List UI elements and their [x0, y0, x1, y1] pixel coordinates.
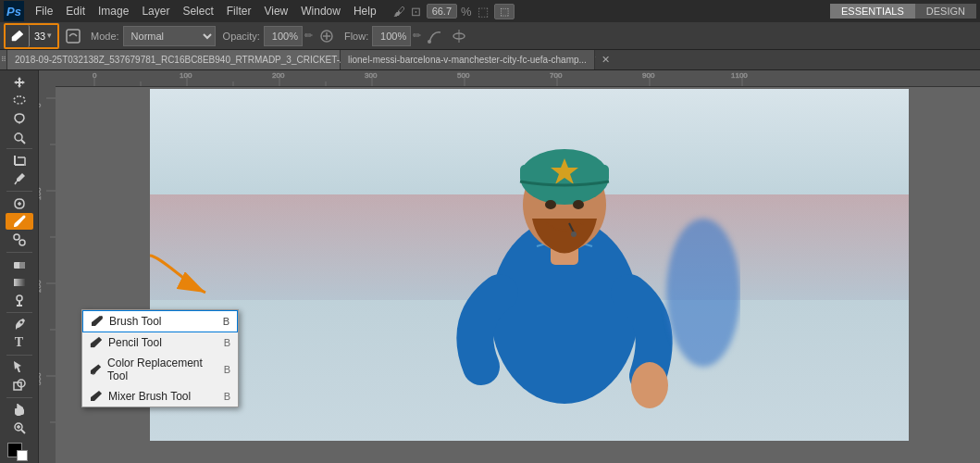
sidebar-divider-4: [6, 312, 32, 313]
sidebar-divider-3: [6, 252, 32, 253]
canvas-mode-btn[interactable]: ⬚: [494, 4, 515, 19]
svg-rect-31: [15, 408, 24, 415]
svg-text:300: 300: [39, 372, 43, 385]
tab-cricket-close[interactable]: ✕: [602, 54, 610, 66]
tab-bar: ⠿ 2018-09-25T032138Z_537679781_RC16BC8EB…: [0, 50, 980, 70]
ruler-vertical: 0 100 200 300: [39, 70, 56, 463]
menu-bar: Ps File Edit Image Layer Select Filter V…: [0, 0, 980, 22]
sidebar-tool-clone[interactable]: [6, 232, 33, 248]
mode-select[interactable]: Normal Multiply Screen Overlay: [123, 26, 216, 46]
panels-group: ESSENTIALS DESIGN: [830, 4, 976, 19]
mixer-brush-icon: [90, 390, 103, 403]
menu-help[interactable]: Help: [348, 3, 382, 19]
opacity-group: ✏: [264, 26, 313, 46]
sidebar-tool-brush[interactable]: [6, 213, 33, 230]
svg-point-80: [571, 232, 577, 237]
svg-text:1100: 1100: [731, 71, 748, 80]
sidebar-tool-type[interactable]: T: [6, 334, 33, 351]
pressure-icon[interactable]: [449, 26, 469, 46]
svg-text:200: 200: [39, 280, 43, 293]
tab-cricket[interactable]: 2018-09-25T032138Z_537679781_RC16BC8EB94…: [7, 50, 341, 70]
menu-select[interactable]: Select: [177, 3, 218, 19]
flow-input[interactable]: [372, 26, 411, 46]
mode-label: Mode:: [91, 31, 119, 42]
svg-point-82: [100, 316, 103, 319]
menu-file[interactable]: File: [30, 3, 58, 19]
brush-tool-dropdown: Brush Tool B Pencil Tool B: [81, 309, 239, 407]
sidebar-tool-dodge[interactable]: [6, 292, 33, 308]
svg-text:0: 0: [39, 103, 43, 107]
ruler-horizontal: 0 100 200 300 500 700 900 1100: [39, 70, 980, 87]
options-toolbar: 33 ▼ Mode: Normal Multiply Screen Overla…: [0, 22, 980, 50]
sidebar-tool-quickselect[interactable]: [6, 129, 33, 145]
menu-layer[interactable]: Layer: [136, 3, 175, 19]
opacity-pen-icon[interactable]: ✏: [304, 30, 313, 42]
dropdown-pencil-tool[interactable]: Pencil Tool B: [82, 332, 238, 353]
dropdown-mixer-left: Mixer Brush Tool: [90, 390, 191, 403]
background-color[interactable]: [17, 450, 28, 461]
tab-messi[interactable]: lionel-messi-barcelona-v-manchester-city…: [341, 50, 595, 70]
brush-size-btn[interactable]: 33 ▼: [30, 25, 57, 47]
brush-mode-icon: 🖌: [393, 5, 405, 19]
tools-sidebar: T: [0, 70, 39, 463]
sidebar-divider-1: [6, 148, 32, 149]
brush-tool-icon: [91, 315, 104, 328]
svg-rect-24: [14, 279, 25, 286]
sidebar-tool-marquee[interactable]: [6, 93, 33, 109]
sidebar-tool-crop[interactable]: [6, 153, 33, 169]
tab-scroll-handle: ⠿: [0, 50, 7, 70]
sidebar-tool-lasso[interactable]: [6, 110, 33, 127]
opacity-label: Opacity:: [223, 31, 260, 42]
sidebar-tool-zoom[interactable]: [6, 419, 33, 436]
dropdown-pencil-label: Pencil Tool: [108, 336, 162, 349]
sidebar-tool-eraser[interactable]: [6, 256, 33, 272]
zoom-value: 66.7: [427, 4, 457, 19]
ruler-h-ticks: 0 100 200 300 500 700 900 1100: [39, 70, 980, 87]
sidebar-tool-eyedropper[interactable]: [6, 171, 33, 188]
svg-point-78: [573, 200, 584, 209]
pencil-tool-icon: [90, 336, 103, 349]
main-area: T: [0, 70, 980, 463]
ruler-v-ticks: 0 100 200 300: [39, 70, 56, 463]
brush-preset-icon[interactable]: [63, 26, 83, 46]
sidebar-tool-path-select[interactable]: [6, 358, 33, 375]
sidebar-tool-gradient[interactable]: [6, 274, 33, 291]
svg-line-33: [21, 430, 25, 433]
canvas-image-area: [150, 89, 909, 441]
menu-edit[interactable]: Edit: [60, 3, 91, 19]
svg-point-71: [631, 362, 668, 408]
menu-image[interactable]: Image: [93, 3, 134, 19]
sidebar-tool-shape[interactable]: [6, 377, 33, 394]
color-swatches[interactable]: [6, 443, 33, 459]
svg-text:700: 700: [550, 71, 563, 80]
design-panel-btn[interactable]: DESIGN: [915, 4, 976, 19]
sidebar-tool-move[interactable]: [6, 74, 33, 91]
flow-pen-icon[interactable]: ✏: [413, 30, 421, 42]
svg-point-77: [545, 200, 556, 209]
sidebar-tool-hand[interactable]: [6, 401, 33, 418]
arrow-annotation: [131, 246, 224, 305]
brush-tool-btn[interactable]: [6, 25, 30, 47]
dropdown-color-left: Color Replacement Tool: [90, 357, 218, 382]
canvas-area[interactable]: 0 100 200 300 500 700 900 1100: [39, 70, 980, 463]
handle-icon: ⠿: [1, 56, 6, 64]
flow-label: Flow:: [344, 31, 368, 42]
opacity-input[interactable]: [264, 26, 303, 46]
tab-messi-label: lionel-messi-barcelona-v-manchester-city…: [348, 55, 587, 65]
dropdown-color-replacement-tool[interactable]: Color Replacement Tool B: [82, 353, 238, 386]
menu-filter[interactable]: Filter: [221, 3, 257, 19]
smoothing-icon[interactable]: [425, 26, 445, 46]
svg-text:900: 900: [642, 71, 655, 80]
menu-window[interactable]: Window: [295, 3, 346, 19]
dropdown-mixer-brush-tool[interactable]: Mixer Brush Tool B: [82, 386, 238, 407]
essentials-panel-btn[interactable]: ESSENTIALS: [830, 4, 915, 19]
sidebar-tool-pen[interactable]: [6, 317, 33, 333]
menu-view[interactable]: View: [258, 3, 293, 19]
sidebar-tool-healing[interactable]: [6, 195, 33, 212]
airbrush-toggle[interactable]: [316, 26, 337, 46]
dropdown-brush-tool[interactable]: Brush Tool B: [82, 310, 238, 332]
svg-text:100: 100: [39, 187, 43, 200]
svg-rect-7: [14, 96, 25, 104]
dropdown-brush-label: Brush Tool: [109, 315, 161, 328]
svg-point-81: [666, 219, 740, 367]
